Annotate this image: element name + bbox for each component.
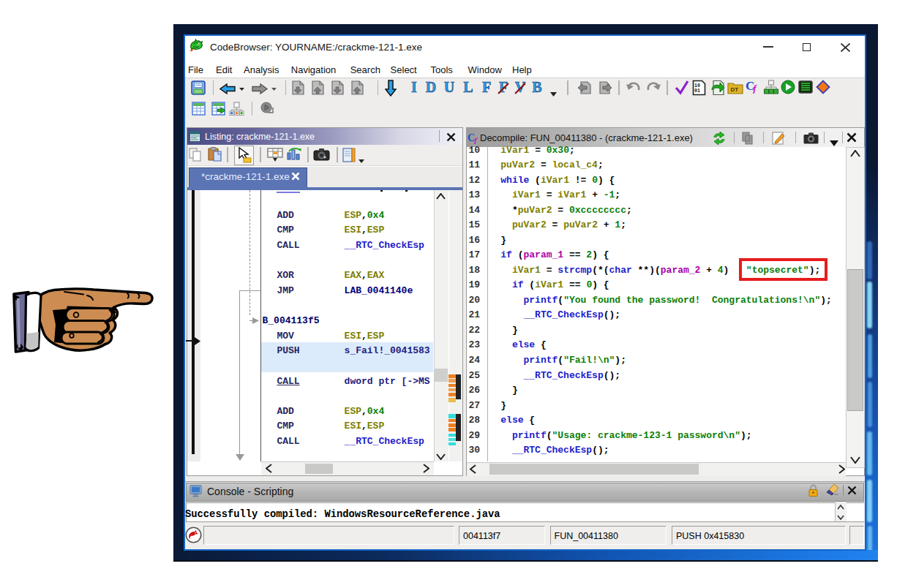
svg-text:01: 01 <box>694 88 700 94</box>
svg-text:DT: DT <box>731 86 739 93</box>
svg-text:10: 10 <box>694 83 700 88</box>
